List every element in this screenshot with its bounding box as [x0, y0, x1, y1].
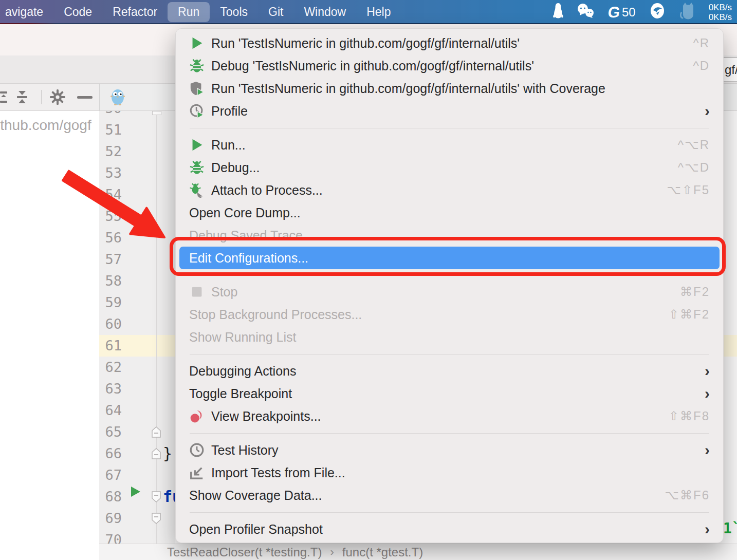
- menu-item-label: Debug...: [211, 160, 668, 175]
- line-number: 68: [99, 486, 122, 508]
- qq-penguin-icon[interactable]: [552, 3, 564, 22]
- code-close-brace: }: [163, 443, 172, 464]
- line-number: 69: [99, 508, 122, 529]
- menubar-item-window[interactable]: Window: [293, 2, 356, 22]
- menu-item-attach-to-process[interactable]: Attach to Process... ⌥⇧F5: [176, 179, 723, 201]
- menu-separator: [176, 507, 723, 518]
- menu-item-label: Stop: [211, 285, 670, 300]
- menu-item-show-running-list: Show Running List: [176, 326, 723, 348]
- panel-toolbar: [0, 84, 100, 110]
- menubar-item-refactor[interactable]: Refactor: [102, 2, 168, 22]
- hide-panel-icon[interactable]: [77, 96, 93, 99]
- toolbar-divider: [41, 90, 42, 104]
- menu-item-debug-dialog[interactable]: Debug... ^⌥D: [176, 156, 723, 179]
- menu-item-label: Run 'TestIsNumeric in github.com/gogf/gf…: [211, 36, 683, 51]
- menu-item-label: Show Running List: [189, 330, 710, 345]
- menubar-item-navigate[interactable]: avigate: [0, 2, 53, 22]
- menu-shortcut: ^⌥R: [678, 138, 710, 152]
- menu-item-open-core-dump[interactable]: Open Core Dump...: [176, 201, 723, 224]
- line-number: 57: [99, 249, 122, 270]
- line-number: 58: [99, 270, 122, 292]
- run-icon: [189, 137, 205, 153]
- line-number: 56: [99, 227, 122, 249]
- debug-icon: [189, 58, 205, 73]
- menu-item-test-history[interactable]: Test History ›: [176, 439, 723, 461]
- code-func-keyword: fu: [163, 486, 175, 508]
- menu-shortcut: ⌘F2: [680, 285, 710, 299]
- menu-item-label: Import Tests from File...: [211, 465, 710, 480]
- menubar-item-code[interactable]: Code: [53, 2, 102, 22]
- menu-item-label: Stop Background Processes...: [189, 307, 658, 322]
- menu-item-show-coverage-data[interactable]: Show Coverage Data... ⌥⌘F6: [176, 484, 723, 507]
- menu-item-label: Debug 'TestIsNumeric in github.com/gogf/…: [211, 59, 683, 73]
- macos-menubar: avigate Code Refactor Run Tools Git Wind…: [0, 0, 737, 24]
- wechat-icon[interactable]: [577, 4, 595, 21]
- navbar-path-chip[interactable]: gf/: [722, 57, 737, 82]
- submenu-chevron-icon: ›: [705, 518, 710, 540]
- go-gopher-icon: [110, 88, 125, 108]
- menubar-item-git[interactable]: Git: [258, 2, 293, 22]
- project-path-text[interactable]: ithub.com/gogf: [0, 117, 91, 134]
- fold-marker-up-icon[interactable]: [152, 426, 161, 438]
- menu-item-toggle-breakpoint[interactable]: Toggle Breakpoint ›: [176, 382, 723, 405]
- menu-item-debug-test[interactable]: Debug 'TestIsNumeric in github.com/gogf/…: [176, 54, 723, 77]
- fold-marker-down-icon[interactable]: [152, 513, 161, 524]
- line-number: 51: [99, 119, 122, 141]
- breadcrumb-separator-icon: ›: [330, 546, 334, 559]
- menu-item-view-breakpoints[interactable]: View Breakpoints... ⇧⌘F8: [176, 405, 723, 427]
- g-meter-badge[interactable]: G 50: [608, 4, 636, 21]
- dingtalk-icon[interactable]: [649, 3, 666, 22]
- line-number: 50: [99, 111, 122, 119]
- menubar-item-run[interactable]: Run: [168, 2, 210, 22]
- screen: avigate Code Refactor Run Tools Git Wind…: [0, 0, 737, 560]
- run-test-gutter-icon[interactable]: [131, 486, 141, 497]
- menu-item-profile[interactable]: Profile ›: [176, 100, 723, 122]
- network-speed: 0KB/s 0KB/s: [709, 3, 732, 22]
- expand-all-icon[interactable]: [0, 90, 8, 106]
- menu-shortcut: ⌥⌘F6: [665, 488, 710, 502]
- collapse-all-icon[interactable]: [15, 90, 29, 106]
- cat-icon[interactable]: [679, 2, 695, 23]
- history-clock-icon: [189, 442, 205, 458]
- project-panel: ithub.com/gogf: [0, 111, 100, 560]
- breadcrumb-item-func[interactable]: func(t *gtest.T): [342, 545, 423, 559]
- line-number: 67: [99, 464, 122, 486]
- menu-item-label: Test History: [211, 443, 694, 458]
- menu-item-run-test[interactable]: Run 'TestIsNumeric in github.com/gogf/gf…: [176, 32, 723, 54]
- run-icon: [189, 35, 205, 51]
- menu-separator: [176, 122, 723, 134]
- menu-item-label: Attach to Process...: [211, 183, 656, 198]
- menu-shortcut: ⇧⌘F2: [669, 307, 710, 322]
- menu-shortcut: ⇧⌘F8: [669, 409, 710, 423]
- submenu-chevron-icon: ›: [705, 360, 710, 382]
- g-meter-icon: G: [606, 4, 621, 21]
- breadcrumb-item-testreadcloser[interactable]: TestReadCloser(t *testing.T): [167, 545, 322, 559]
- menu-item-open-profiler-snapshot[interactable]: Open Profiler Snapshot ›: [176, 518, 723, 540]
- menu-item-stop-background-processes: Stop Background Processes... ⇧⌘F2: [176, 303, 723, 326]
- menubar-item-help[interactable]: Help: [356, 2, 401, 22]
- menu-item-label: Run 'TestIsNumeric in github.com/gogf/gf…: [211, 81, 710, 96]
- fold-marker-up-icon[interactable]: [152, 448, 161, 459]
- menu-item-label: Debugging Actions: [189, 364, 694, 379]
- profile-icon: [189, 103, 205, 119]
- menu-item-debug-saved-trace: Debug Saved Trace: [176, 224, 723, 247]
- menu-item-label: Edit Configurations...: [189, 251, 710, 266]
- gear-icon[interactable]: [50, 89, 65, 107]
- menu-item-debugging-actions[interactable]: Debugging Actions ›: [176, 360, 723, 382]
- menu-item-run-with-coverage[interactable]: Run 'TestIsNumeric in github.com/gogf/gf…: [176, 77, 723, 100]
- menubar-status-icons: G 50 0KB/s 0KB/s: [552, 0, 732, 24]
- debug-icon: [189, 160, 205, 175]
- menu-item-run-dialog[interactable]: Run... ^⌥R: [176, 134, 723, 156]
- menu-item-import-tests[interactable]: Import Tests from File...: [176, 461, 723, 484]
- fold-marker-down-icon[interactable]: [152, 491, 161, 502]
- menu-item-stop: Stop ⌘F2: [176, 281, 723, 303]
- line-number-current: 61: [99, 335, 122, 357]
- line-number: 62: [99, 357, 122, 378]
- menu-item-label: Open Profiler Snapshot: [189, 522, 694, 537]
- menu-item-edit-configurations[interactable]: Edit Configurations...: [179, 247, 720, 269]
- line-numbers: 50 51 52 53 54 55 56 57 58 59 60 61 62 6…: [99, 111, 122, 544]
- line-number: 70: [99, 529, 122, 544]
- run-menu-popup: Run 'TestIsNumeric in github.com/gogf/gf…: [175, 28, 724, 543]
- menubar-item-tools[interactable]: Tools: [210, 2, 258, 22]
- menu-shortcut: ^⌥D: [678, 160, 710, 175]
